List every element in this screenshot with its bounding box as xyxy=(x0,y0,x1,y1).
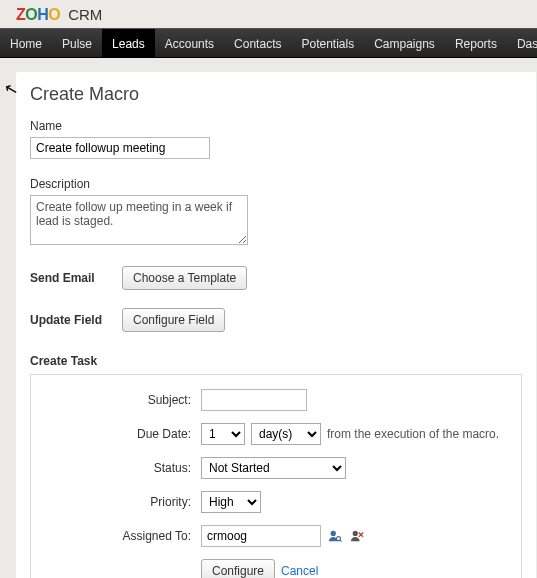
configure-field-button[interactable]: Configure Field xyxy=(122,308,225,332)
subject-label: Subject: xyxy=(41,393,201,407)
status-select[interactable]: Not Started xyxy=(201,457,346,479)
due-date-label: Due Date: xyxy=(41,427,201,441)
zoho-logo: ZOHO xyxy=(16,6,64,23)
main-nav: Home Pulse Leads Accounts Contacts Poten… xyxy=(0,28,537,58)
product-name: CRM xyxy=(68,6,102,23)
status-label: Status: xyxy=(41,461,201,475)
create-task-panel: Subject: Due Date: 1 day(s) from the exe… xyxy=(30,374,522,578)
svg-point-3 xyxy=(353,531,358,536)
svg-point-0 xyxy=(331,531,336,536)
task-configure-button[interactable]: Configure xyxy=(201,559,275,578)
nav-dashboards[interactable]: Dashboards xyxy=(507,29,537,57)
choose-template-button[interactable]: Choose a Template xyxy=(122,266,247,290)
due-quantity-select[interactable]: 1 xyxy=(201,423,245,445)
assigned-to-input[interactable] xyxy=(201,525,321,547)
nav-home[interactable]: Home xyxy=(0,29,52,57)
assigned-to-label: Assigned To: xyxy=(41,529,201,543)
create-task-label: Create Task xyxy=(30,354,522,368)
priority-label: Priority: xyxy=(41,495,201,509)
description-textarea[interactable]: Create follow up meeting in a week if le… xyxy=(30,195,248,245)
subject-input[interactable] xyxy=(201,389,307,411)
nav-accounts[interactable]: Accounts xyxy=(155,29,224,57)
page-body: Create Macro Name Description Create fol… xyxy=(16,72,536,578)
task-cancel-link[interactable]: Cancel xyxy=(281,564,318,578)
due-unit-select[interactable]: day(s) xyxy=(251,423,321,445)
nav-reports[interactable]: Reports xyxy=(445,29,507,57)
priority-select[interactable]: High xyxy=(201,491,261,513)
name-input[interactable] xyxy=(30,137,210,159)
nav-pulse[interactable]: Pulse xyxy=(52,29,102,57)
svg-line-2 xyxy=(340,540,342,542)
nav-campaigns[interactable]: Campaigns xyxy=(364,29,445,57)
user-lookup-icon[interactable] xyxy=(327,529,343,543)
header-bar: ZOHO CRM xyxy=(0,0,537,28)
nav-leads[interactable]: Leads xyxy=(102,29,155,57)
description-label: Description xyxy=(30,177,522,191)
due-suffix-text: from the execution of the macro. xyxy=(327,427,499,441)
nav-potentials[interactable]: Potentials xyxy=(291,29,364,57)
update-field-label: Update Field xyxy=(30,313,110,327)
name-label: Name xyxy=(30,119,522,133)
clear-user-icon[interactable] xyxy=(349,529,365,543)
nav-contacts[interactable]: Contacts xyxy=(224,29,291,57)
send-email-label: Send Email xyxy=(30,271,110,285)
page-title: Create Macro xyxy=(30,84,522,105)
